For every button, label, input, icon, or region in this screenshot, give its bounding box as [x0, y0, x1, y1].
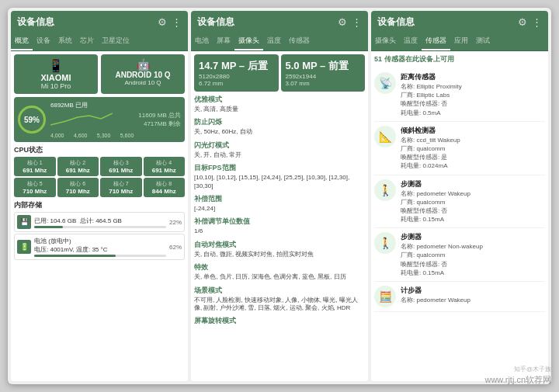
ram-circle: 59%	[18, 106, 46, 134]
camera-effects: 特效 关, 单色, 负片, 日历, 深海色, 色调分离, 蓝色, 黑板, 日历	[194, 262, 365, 281]
tab-sensors3[interactable]: 传感器	[422, 33, 450, 50]
sensor-count: 51 传感器在此设备上可用	[374, 54, 545, 64]
panel3-header: 设备信息 ⚙ ⋮	[371, 11, 548, 33]
battery-detail: 电压: 4001mV, 温度: 35 °C	[34, 245, 166, 254]
tab-gps[interactable]: 卫星定位	[98, 33, 134, 50]
tab-sensors2[interactable]: 传感器	[285, 33, 314, 50]
stepcounter-icon: 🧮	[374, 286, 396, 307]
camera-elegant: 优雅模式 关, 高清, 高质量	[194, 95, 365, 113]
ram-used: 6892MB 已用	[50, 101, 134, 109]
panel2-header-icons: ⚙ ⋮	[338, 16, 362, 28]
tab-system[interactable]: 系统	[54, 33, 76, 50]
brand-name: XIAOMI	[40, 73, 71, 82]
android-sub: Android 10 Q	[124, 79, 161, 86]
panel3-header-icons: ⚙ ⋮	[518, 16, 542, 28]
battery-title: 电池 (放电中)	[34, 237, 166, 245]
panel1-header-icons: ⚙ ⋮	[158, 16, 182, 28]
tab-battery[interactable]: 电池	[191, 33, 213, 50]
panel3-body: 51 传感器在此设备上可用 📡 距离传感器 名称: Elliptic Proxi…	[371, 51, 548, 381]
panel2-tabs: 电池 屏幕 摄像头 温度 传感器	[191, 33, 368, 51]
cpu-title: CPU状态	[14, 145, 185, 155]
panel1-header: 设备信息 ⚙ ⋮	[11, 11, 188, 33]
pedometer-nowake-icon: 🚶	[374, 232, 396, 254]
panel1-tabs: 概览 设备 系统 芯片 卫星定位	[11, 33, 188, 51]
battery-icon: 🔋	[17, 240, 31, 254]
camera-cards: 14.7 MP – 后置 5120x2880 6.72 mm 5.0 MP – …	[194, 54, 365, 92]
front-res: 2592x1944	[286, 73, 361, 80]
tab-camera[interactable]: 摄像头	[234, 33, 263, 50]
tab-test3[interactable]: 测试	[472, 33, 494, 50]
android-version: ANDROID 10 Q	[115, 71, 170, 79]
model-name: Mi 10 Pro	[41, 82, 71, 90]
panel3-title: 设备信息	[377, 16, 415, 29]
camera-ev: 补偿范围 [-24,24]	[194, 194, 365, 213]
front-mp: 5.0 MP – 前置	[286, 59, 361, 73]
panel1-title: 设备信息	[17, 16, 54, 29]
more-icon2[interactable]: ⋮	[352, 16, 362, 28]
storage-section: 内部存储 💾 已用: 104.6 GB 总计: 464.5 GB 22% 🔋 电…	[14, 200, 185, 260]
camera-rotation: 屏幕旋转模式	[194, 316, 365, 326]
storage-icon: 💾	[17, 215, 31, 229]
cpu-core-8: 核心 8844 Mhz	[144, 178, 186, 197]
cpu-core-5: 核心 5710 Mhz	[14, 178, 56, 197]
cpu-core-2: 核心 2691 Mhz	[57, 157, 99, 176]
panel1-body: 📱 XIAOMI Mi 10 Pro 🤖 ANDROID 10 Q Androi…	[11, 51, 188, 381]
camera-rear-card: 14.7 MP – 后置 5120x2880 6.72 mm	[194, 54, 279, 92]
cpu-core-1: 核心 1691 Mhz	[14, 157, 56, 176]
sensor-pedometer-wake-info: 步测器 名称: pedometer Wakeup厂商: qualcomm唤醒型传…	[401, 179, 470, 224]
rear-res: 5120x2880	[199, 73, 274, 80]
battery-text: 电池 (放电中) 电压: 4001mV, 温度: 35 °C	[34, 237, 166, 257]
gear-icon[interactable]: ⚙	[158, 16, 167, 28]
sensor-pedometer-nowake: 🚶 步测器 名称: pedometer Non-wakeup厂商: qualco…	[374, 228, 545, 282]
sensor-proximity: 📡 距离传感器 名称: Elliptic Proximity厂商: Ellipt…	[374, 68, 545, 122]
ram-percent: 59%	[24, 116, 40, 124]
camera-front-card: 5.0 MP – 前置 2592x1944 3.07 mm	[281, 54, 366, 92]
panel-overview: 设备信息 ⚙ ⋮ 概览 设备 系统 芯片 卫星定位 📱 XIAOMI Mi	[11, 11, 188, 381]
ram-total: 11609 MB 总共	[138, 111, 181, 120]
tab-overview[interactable]: 概览	[11, 33, 33, 50]
camera-ev-step: 补偿调节单位数值 1/6	[194, 217, 365, 235]
ram-sparkline	[50, 109, 113, 129]
tab-screen[interactable]: 屏幕	[213, 33, 234, 50]
more-icon[interactable]: ⋮	[172, 16, 182, 28]
battery-pct: 62%	[169, 244, 182, 251]
tab-chip[interactable]: 芯片	[76, 33, 98, 50]
tab-camera3[interactable]: 摄像头	[371, 33, 400, 50]
camera-scene: 场景模式 不可用, 人脸检测, 快速移动对象, 人像, 小物体, 曝光, 曝光人…	[194, 286, 365, 313]
panel2-body: 14.7 MP – 后置 5120x2880 6.72 mm 5.0 MP – …	[191, 51, 368, 381]
camera-flicker: 防止闪烁 关, 50Hz, 60Hz, 自动	[194, 117, 365, 136]
rear-mp: 14.7 MP – 后置	[199, 59, 274, 73]
device-brand-row: 📱 XIAOMI Mi 10 Pro 🤖 ANDROID 10 Q Androi…	[14, 54, 185, 94]
ram-numbers: 4,0004,6005,3005,600	[50, 133, 134, 138]
tab-apps3[interactable]: 应用	[450, 33, 472, 50]
cpu-core-4: 核心 4691 Mhz	[144, 157, 186, 176]
tab-temp3[interactable]: 温度	[400, 33, 422, 50]
storage-pct: 22%	[169, 219, 182, 226]
storage-item-battery: 🔋 电池 (放电中) 电压: 4001mV, 温度: 35 °C 62%	[14, 234, 185, 260]
panel-camera: 设备信息 ⚙ ⋮ 电池 屏幕 摄像头 温度 传感器 14.7 MP – 后置 5…	[191, 11, 368, 381]
tab-temp[interactable]: 温度	[263, 33, 285, 50]
pedometer-wake-icon: 🚶	[374, 179, 396, 201]
panel3-tabs: 摄像头 温度 传感器 应用 测试	[371, 33, 548, 51]
more-icon3[interactable]: ⋮	[532, 16, 542, 28]
ram-section: 59% 6892MB 已用 4,0004,6005,3005,600	[14, 97, 185, 142]
gear-icon2[interactable]: ⚙	[338, 16, 347, 28]
cpu-core-3: 核心 3691 Mhz	[100, 157, 142, 176]
cpu-section: CPU状态 核心 1691 Mhz 核心 2691 Mhz 核心 3691 Mh…	[14, 145, 185, 197]
sensor-pedometer-nowake-info: 步测器 名称: pedometer Non-wakeup厂商: qualcomm…	[401, 232, 483, 277]
sensor-stepcounter: 🧮 计步器 名称: pedometer Wakeup	[374, 282, 545, 312]
tilt-icon: 📐	[374, 126, 396, 147]
gear-icon3[interactable]: ⚙	[518, 16, 527, 28]
camera-af: 自动对焦模式 关, 自动, 微距, 视频实时对焦, 拍照实时对焦	[194, 240, 365, 258]
cpu-grid: 核心 1691 Mhz 核心 2691 Mhz 核心 3691 Mhz 核心 4…	[14, 157, 185, 197]
tab-device[interactable]: 设备	[33, 33, 54, 50]
sensor-tilt-info: 倾斜检测器 名称: ccd_tilt Wakeup厂商: qualcomm唤醒型…	[401, 126, 460, 171]
panel2-title: 设备信息	[197, 16, 234, 29]
cpu-core-6: 核心 6710 Mhz	[57, 178, 99, 197]
ram-right: 11609 MB 总共 4717MB 剩余	[138, 111, 181, 128]
sensor-pedometer-wake: 🚶 步测器 名称: pedometer Wakeup厂商: qualcomm唤醒…	[374, 175, 545, 229]
ram-top: 59% 6892MB 已用 4,0004,6005,3005,600	[18, 101, 181, 138]
panel-sensors: 设备信息 ⚙ ⋮ 摄像头 温度 传感器 应用 测试 51 传感器在此设备上可用 …	[371, 11, 548, 381]
rear-mm: 6.72 mm	[199, 80, 274, 87]
brand-box: 📱 XIAOMI Mi 10 Pro	[14, 54, 98, 94]
